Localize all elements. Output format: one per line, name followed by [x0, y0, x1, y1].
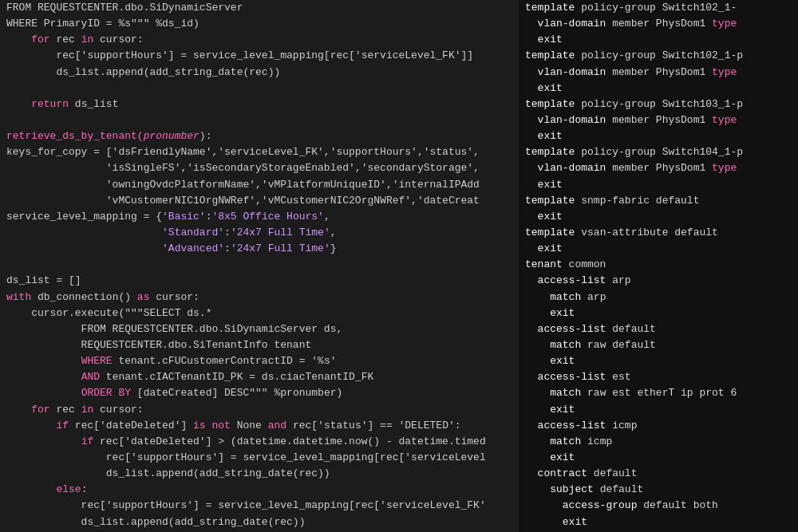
code-line: if rec['dateDeleted'] > (datetime.dateti…: [6, 434, 512, 450]
right-code-block: template policy-group Switch102_1- vlan-…: [525, 0, 792, 532]
code-line: cursor.execute("""SELECT ds.*: [6, 305, 512, 321]
code-line: 'Standard':'24x7 Full Time',: [6, 225, 512, 241]
code-line: WHERE tenant.cFUCustomerContractID = '%s…: [6, 353, 512, 369]
rcode-line: vlan-domain member PhysDom1 type: [525, 160, 792, 176]
code-line: AND tenant.cIACTenantID_PK = ds.ciacTena…: [6, 369, 512, 385]
code-line: FROM REQUESTCENTER.dbo.SiDynamicServer d…: [6, 321, 512, 337]
rcode-line: access-list default: [525, 321, 792, 337]
rcode-line: exit: [525, 81, 792, 97]
rcode-line: template policy-group Switch102_1-: [525, 0, 792, 16]
code-line: rec['supportHours'] = service_level_mapp…: [6, 498, 512, 514]
rcode-line: exit: [525, 32, 792, 48]
code-line: [6, 257, 512, 273]
code-line: WHERE PrimaryID = %s""" %ds_id): [6, 16, 512, 32]
code-line: ds_list.append(add_string_date(rec)): [6, 466, 512, 482]
rcode-line: vlan-domain member PhysDom1 type: [525, 16, 792, 32]
code-line: FROM REQUESTCENTER.dbo.SiDynamicServer: [6, 0, 512, 16]
code-line: ds_list.append(add_string_date(rec)): [6, 65, 512, 81]
code-line: [6, 112, 512, 128]
code-line: with db_connection() as cursor:: [6, 290, 512, 305]
code-line: if rec['dateDeleted'] is not None and re…: [6, 418, 512, 434]
code-line: 'vMCustomerNIC1OrgNWRef','vMCustomerNIC2…: [6, 193, 512, 209]
code-line: 'owningOvdcPlatformName','vMPlatformUniq…: [6, 177, 512, 193]
code-line: service_level_mapping = {'Basic':'8x5 Of…: [6, 209, 512, 225]
main-container: FROM REQUESTCENTER.dbo.SiDynamicServerWH…: [0, 0, 798, 532]
right-code-panel: template policy-group Switch102_1- vlan-…: [519, 0, 798, 532]
rcode-line: match raw est etherT ip prot 6: [525, 385, 792, 401]
code-line: rec['supportHours'] = service_level_mapp…: [6, 48, 512, 64]
rcode-line: access-group default both: [525, 498, 792, 514]
rcode-line: template policy-group Switch103_1-p: [525, 97, 792, 112]
code-line: for rec in cursor:: [6, 32, 512, 48]
code-line: return ds_list: [6, 97, 512, 112]
rcode-line: exit: [525, 514, 792, 530]
rcode-line: vlan-domain member PhysDom1 type: [525, 112, 792, 128]
code-line: ds_list = []: [6, 273, 512, 289]
rcode-line: template policy-group Switch104_1-p: [525, 144, 792, 160]
rcode-line: contract default: [525, 466, 792, 482]
rcode-line: access-list arp: [525, 273, 792, 289]
rcode-line: match icmp: [525, 434, 792, 450]
code-line: [6, 81, 512, 97]
rcode-line: exit: [525, 450, 792, 466]
left-code-block: FROM REQUESTCENTER.dbo.SiDynamicServerWH…: [6, 0, 512, 532]
rcode-line: access-list est: [525, 369, 792, 385]
rcode-line: exit: [525, 177, 792, 193]
rcode-line: match raw default: [525, 337, 792, 353]
rcode-line: exit: [525, 241, 792, 257]
code-line: keys_for_copy = ['dsFriendlyName','servi…: [6, 144, 512, 160]
code-line: ORDER BY [dateCreated] DESC""" %pronumbe…: [6, 385, 512, 401]
code-line: else:: [6, 482, 512, 498]
rcode-line: template policy-group Switch102_1-p: [525, 48, 792, 64]
rcode-line: template snmp-fabric default: [525, 193, 792, 209]
rcode-line: tenant common: [525, 257, 792, 273]
rcode-line: exit: [525, 209, 792, 225]
rcode-line: vlan-domain member PhysDom1 type: [525, 65, 792, 81]
rcode-line: subject default: [525, 482, 792, 498]
rcode-line: exit: [525, 353, 792, 369]
code-line: 'isSingleFS','isSecondaryStorageEnabled'…: [6, 160, 512, 176]
code-line: 'Advanced':'24x7 Full Time'}: [6, 241, 512, 257]
rcode-line: exit: [525, 305, 792, 321]
code-line: for rec in cursor:: [6, 402, 512, 418]
rcode-line: exit: [525, 128, 792, 144]
code-line: retrieve_ds_by_tenant(pronumber):: [6, 128, 512, 144]
code-line: rec['supportHours'] = service_level_mapp…: [6, 450, 512, 466]
code-line: ds_list.append(add_string_date(rec)): [6, 514, 512, 530]
left-code-panel: FROM REQUESTCENTER.dbo.SiDynamicServerWH…: [0, 0, 519, 532]
rcode-line: access-list icmp: [525, 418, 792, 434]
code-line: REQUESTCENTER.dbo.SiTenantInfo tenant: [6, 337, 512, 353]
rcode-line: match arp: [525, 290, 792, 305]
rcode-line: exit: [525, 402, 792, 418]
rcode-line: template vsan-attribute default: [525, 225, 792, 241]
